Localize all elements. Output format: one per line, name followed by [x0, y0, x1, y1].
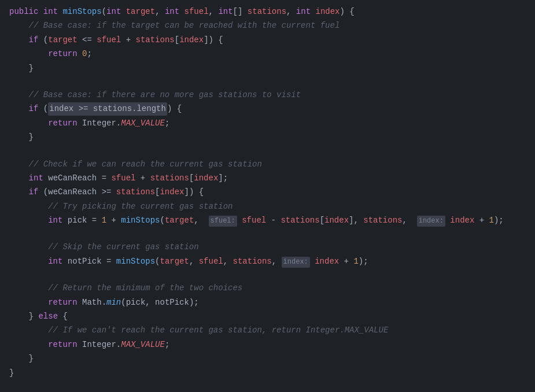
- code-line-20: [0, 268, 535, 281]
- comment-2: // Base case: if there are no more gas s…: [29, 88, 301, 101]
- comment-6: // Return the minimum of the two choices: [48, 282, 242, 294]
- code-line-14: if (weCanReach >= stations [ index ]) {: [0, 185, 535, 199]
- label-index-1: index:: [417, 216, 445, 227]
- code-line-22: return Math. min (pick, notPick);: [0, 295, 535, 309]
- comment-1: // Base case: if the target can be reach…: [29, 19, 340, 32]
- comment-7: // If we can't reach the current gas sta…: [48, 324, 388, 336]
- code-line-9: return Integer. MAX_VALUE ;: [0, 116, 535, 130]
- code-line-4: return 0 ;: [0, 47, 535, 61]
- comment-3: // Check if we can reach the current gas…: [29, 158, 262, 171]
- code-line-5: }: [0, 61, 535, 75]
- code-line-7: // Base case: if there are no more gas s…: [0, 88, 535, 102]
- keyword-int: int: [43, 5, 58, 18]
- code-line-17: [0, 227, 535, 240]
- code-line-15: // Try picking the current gas station: [0, 199, 535, 213]
- comment-4: // Try picking the current gas station: [48, 200, 233, 213]
- code-line-26: }: [0, 352, 535, 365]
- code-line-1: public int minStops ( int target , int s…: [0, 5, 535, 19]
- comment-5: // Skip the current gas station: [48, 241, 198, 253]
- code-line-10: }: [0, 130, 535, 144]
- code-line-21: // Return the minimum of the two choices: [0, 281, 535, 295]
- highlight-stations-length: index >= stations.length: [48, 102, 167, 115]
- code-line-19: int notPick = minStops ( target , sfuel …: [0, 254, 535, 268]
- label-sfuel: sfuel:: [209, 216, 237, 227]
- code-line-11: [0, 145, 535, 157]
- code-line-27: }: [0, 366, 535, 380]
- code-line-16: int pick = 1 + minStops ( target , sfuel…: [0, 213, 535, 227]
- label-index-2: index:: [282, 257, 310, 268]
- code-line-18: // Skip the current gas station: [0, 240, 535, 254]
- function-name: minStops: [62, 5, 101, 18]
- code-line-24: // If we can't reach the current gas sta…: [0, 323, 535, 337]
- code-line-12: // Check if we can reach the current gas…: [0, 157, 535, 171]
- code-line-8: if ( index >= stations.length ) {: [0, 102, 535, 116]
- code-line-6: [0, 75, 535, 88]
- keyword-public: public: [9, 5, 38, 18]
- code-line-3: if ( target <= sfuel + stations [ index …: [0, 33, 535, 47]
- code-line-2: // Base case: if the target can be reach…: [0, 19, 535, 32]
- code-line-23: } else {: [0, 309, 535, 323]
- code-line-13: int weCanReach = sfuel + stations [ inde…: [0, 171, 535, 185]
- code-line-25: return Integer. MAX_VALUE ;: [0, 338, 535, 352]
- code-editor: public int minStops ( int target , int s…: [0, 0, 535, 392]
